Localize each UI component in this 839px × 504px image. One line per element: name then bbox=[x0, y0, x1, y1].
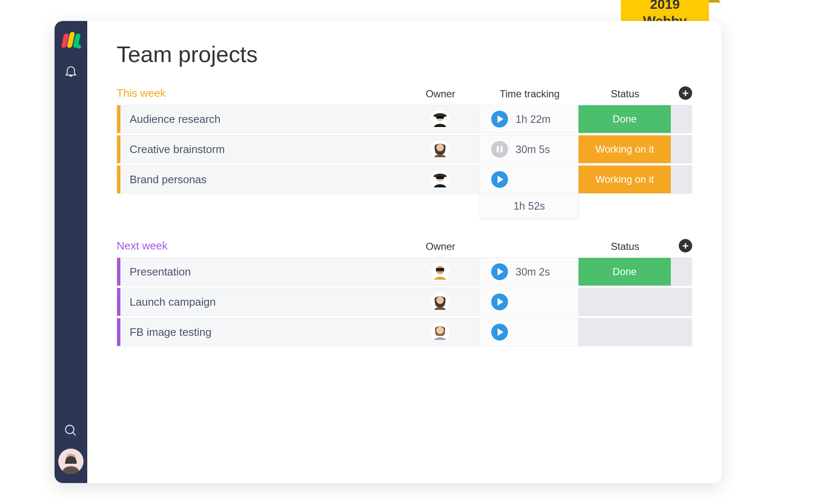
time-cell bbox=[480, 318, 578, 346]
row-label[interactable]: Launch campaign bbox=[120, 296, 400, 309]
owner-avatar[interactable] bbox=[430, 262, 450, 281]
app-window: Team projects This weekOwnerTime trackin… bbox=[55, 21, 722, 483]
app-logo-icon[interactable] bbox=[61, 30, 81, 50]
table-row: Presentation30m 2sDone bbox=[117, 257, 692, 286]
svg-point-22 bbox=[436, 327, 444, 334]
row-accent bbox=[117, 135, 120, 163]
status-cell[interactable]: Done bbox=[578, 258, 671, 286]
status-cell[interactable]: Done bbox=[578, 105, 671, 133]
column-header-time: Time tracking bbox=[480, 88, 579, 100]
row-end bbox=[671, 166, 692, 193]
svg-point-0 bbox=[65, 425, 74, 434]
time-cell bbox=[480, 166, 578, 193]
owner-avatar[interactable] bbox=[430, 170, 450, 189]
add-column-button[interactable]: + bbox=[679, 239, 692, 252]
column-header-status: Status bbox=[579, 241, 671, 252]
column-header-status: Status bbox=[579, 88, 671, 100]
group-title[interactable]: This week bbox=[117, 87, 166, 100]
time-value: 30m 5s bbox=[516, 143, 550, 156]
time-cell: 1h 22m bbox=[480, 105, 578, 133]
table-row: Audience research1h 22mDone bbox=[117, 105, 692, 133]
svg-line-1 bbox=[73, 432, 76, 435]
row-label[interactable]: Creative brainstorm bbox=[120, 143, 400, 156]
column-header-owner: Owner bbox=[401, 241, 480, 252]
group-this_week: This weekOwnerTime trackingStatus+Audien… bbox=[117, 86, 692, 218]
row-accent bbox=[117, 288, 120, 316]
status-cell[interactable] bbox=[578, 318, 671, 346]
group-next_week: Next weekOwnerStatus+Presentation30m 2sD… bbox=[117, 239, 692, 346]
add-column-button[interactable]: + bbox=[679, 86, 692, 100]
row-end bbox=[671, 258, 692, 286]
status-cell[interactable]: Working on it bbox=[578, 166, 671, 193]
status-cell[interactable] bbox=[578, 288, 671, 316]
main-content: Team projects This weekOwnerTime trackin… bbox=[87, 21, 722, 483]
row-label[interactable]: FB image testing bbox=[120, 326, 400, 339]
time-value: 30m 2s bbox=[516, 266, 550, 278]
row-end bbox=[671, 135, 692, 163]
svg-point-19 bbox=[436, 296, 444, 304]
owner-avatar[interactable] bbox=[430, 292, 450, 312]
column-header-owner: Owner bbox=[401, 88, 480, 100]
current-user-avatar[interactable] bbox=[58, 449, 83, 474]
row-accent bbox=[117, 258, 120, 286]
row-accent bbox=[117, 166, 120, 193]
group-title[interactable]: Next week bbox=[117, 239, 167, 252]
sidebar bbox=[55, 21, 87, 483]
table-row: FB image testing bbox=[117, 318, 692, 346]
time-sum: 1h 52s bbox=[479, 194, 579, 218]
status-cell[interactable]: Working on it bbox=[578, 135, 671, 163]
row-end bbox=[671, 105, 692, 133]
owner-avatar[interactable] bbox=[430, 322, 450, 342]
row-end bbox=[671, 318, 692, 346]
row-label[interactable]: Audience research bbox=[120, 113, 400, 126]
play-icon[interactable] bbox=[491, 111, 508, 127]
svg-rect-13 bbox=[436, 177, 444, 179]
page-title: Team projects bbox=[117, 41, 692, 67]
play-icon[interactable] bbox=[491, 294, 508, 310]
time-cell bbox=[480, 288, 578, 316]
table-row: Creative brainstorm30m 5sWorking on it bbox=[117, 135, 692, 164]
time-cell: 30m 5s bbox=[480, 135, 578, 163]
row-accent bbox=[117, 105, 120, 133]
svg-rect-16 bbox=[436, 268, 444, 271]
row-label[interactable]: Presentation bbox=[120, 265, 400, 278]
svg-rect-7 bbox=[436, 116, 444, 119]
row-end bbox=[671, 288, 692, 316]
play-icon[interactable] bbox=[491, 324, 508, 340]
svg-point-10 bbox=[436, 144, 444, 151]
search-icon[interactable] bbox=[63, 423, 79, 439]
row-label[interactable]: Brand personas bbox=[120, 173, 400, 186]
play-icon[interactable] bbox=[491, 171, 508, 188]
owner-avatar[interactable] bbox=[430, 140, 450, 159]
play-icon[interactable] bbox=[491, 263, 508, 280]
table-row: Brand personasWorking on it bbox=[117, 165, 692, 194]
row-accent bbox=[117, 318, 120, 346]
time-value: 1h 22m bbox=[516, 113, 550, 125]
notifications-icon[interactable] bbox=[63, 63, 79, 79]
owner-avatar[interactable] bbox=[430, 109, 450, 129]
time-cell: 30m 2s bbox=[480, 258, 578, 286]
table-row: Launch campaign bbox=[117, 288, 692, 316]
pause-icon[interactable] bbox=[491, 141, 508, 158]
